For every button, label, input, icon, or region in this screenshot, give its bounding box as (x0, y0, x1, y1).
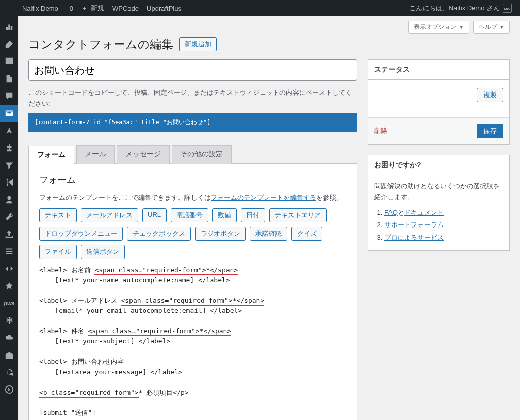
menu-collapse[interactable] (0, 381, 18, 398)
tag-radio[interactable]: ラジオボタン (195, 227, 246, 241)
menu-cloud[interactable] (0, 329, 18, 346)
tab-messages[interactable]: メッセージ (117, 145, 170, 164)
template-help-link[interactable]: フォームのテンプレートを編集する (211, 193, 316, 201)
help-item-2: サポートフォーラム (384, 219, 503, 232)
admin-menu: pwa ❄ (0, 16, 18, 420)
panel-description: フォームのテンプレートをここで編集できます。詳しくはフォームのテンプレートを編集… (39, 193, 347, 202)
tab-other[interactable]: その他の設定 (172, 145, 232, 164)
menu-list[interactable] (0, 243, 18, 260)
menu-export[interactable] (0, 225, 18, 243)
tag-submit[interactable]: 送信ボタン (81, 245, 125, 259)
plus-icon: ＋ (81, 4, 88, 13)
comments-link[interactable]: 0 (62, 0, 77, 16)
menu-scissors[interactable] (0, 174, 18, 191)
menu-code[interactable] (0, 260, 18, 277)
tab-panel-form: フォーム フォームのテンプレートをここで編集できます。詳しくはフォームのテンプレ… (28, 163, 358, 420)
site-title: Naifix Demo (22, 5, 58, 12)
help-item-3: プロによるサービス (384, 232, 503, 244)
wpcode-link[interactable]: WPCode (108, 0, 143, 16)
duplicate-button[interactable]: 複製 (477, 88, 503, 102)
tag-select[interactable]: ドロップダウンメニュー (39, 227, 123, 241)
menu-comments[interactable] (0, 87, 18, 105)
menu-pwa[interactable]: pwa (0, 295, 18, 312)
help-box: お困りですか? 問題解決の助けとなるいくつかの選択肢を紹介します。 FAQとドキ… (368, 155, 510, 251)
tag-acceptance[interactable]: 承諾確認 (250, 227, 287, 241)
tag-checkbox[interactable]: チェックボックス (127, 227, 191, 241)
save-button[interactable]: 保存 (477, 124, 503, 138)
menu-tools[interactable] (0, 208, 18, 225)
menu-filter[interactable] (0, 156, 18, 174)
tag-email[interactable]: メールアドレス (81, 208, 138, 222)
menu-users[interactable] (0, 191, 18, 208)
tag-date[interactable]: 日付 (241, 208, 265, 222)
faq-link[interactable]: FAQ (384, 209, 398, 216)
delete-link[interactable]: 削除 (374, 126, 387, 136)
status-box: ステータス 複製 削除 保存 (368, 59, 510, 145)
menu-posts[interactable] (0, 36, 18, 53)
help-title: お困りですか? (368, 155, 509, 175)
menu-snowflake[interactable]: ❄ (0, 312, 18, 329)
tag-tel[interactable]: 電話番号 (171, 208, 208, 222)
menu-pages[interactable] (0, 70, 18, 87)
new-content[interactable]: ＋新規 (77, 0, 108, 16)
tag-text[interactable]: テキスト (39, 208, 77, 222)
shortcode-description: このショートコードをコピーして、投稿、固定ページ、またはテキストウィジェットの内… (28, 88, 358, 109)
editor-tabs: フォーム メール メッセージ その他の設定 (28, 145, 358, 164)
menu-refresh[interactable] (0, 364, 18, 381)
menu-plugins[interactable] (0, 139, 18, 156)
menu-star[interactable] (0, 277, 18, 295)
docs-link[interactable]: ドキュメント (404, 209, 444, 216)
add-new-button[interactable]: 新規追加 (179, 37, 217, 51)
screen-meta-links: 表示オプション▼ ヘルプ▼ (28, 21, 510, 34)
panel-heading: フォーム (39, 174, 347, 186)
site-name-link[interactable]: Naifix Demo (15, 0, 62, 16)
updraftplus-link[interactable]: UpdraftPlus (143, 0, 185, 16)
tag-url[interactable]: URL (142, 208, 167, 222)
menu-media[interactable] (0, 53, 18, 70)
wpbody: 表示オプション▼ ヘルプ▼ コンタクトフォームの編集 新規追加 このショートコー… (18, 16, 520, 420)
status-title: ステータス (368, 60, 509, 80)
tag-quiz[interactable]: クイズ (291, 227, 322, 241)
help-item-1: FAQとドキュメント (384, 207, 503, 219)
avatar: seo (503, 4, 512, 13)
screen-options-toggle[interactable]: 表示オプション▼ (408, 21, 469, 34)
form-template-editor[interactable]: <label> お名前 <span class="required-form">… (39, 265, 347, 418)
page-title: コンタクトフォームの編集 (28, 37, 173, 52)
tag-generator-row: テキスト メールアドレス URL 電話番号 数値 日付 テキストエリア ドロップ… (39, 208, 347, 259)
help-toggle[interactable]: ヘルプ▼ (473, 21, 510, 34)
menu-building[interactable] (0, 346, 18, 364)
my-account[interactable]: こんにちは、Naifix Demo さん seo (405, 0, 516, 16)
help-intro: 問題解決の助けとなるいくつかの選択肢を紹介します。 (374, 181, 503, 203)
admin-bar: Naifix Demo 0 ＋新規 WPCode UpdraftPlus こんに… (0, 0, 520, 16)
chevron-down-icon: ▼ (459, 24, 464, 30)
form-title-input[interactable] (28, 59, 358, 81)
menu-dashboard[interactable] (0, 18, 18, 36)
tag-file[interactable]: ファイル (39, 245, 77, 259)
tab-form[interactable]: フォーム (28, 146, 74, 164)
wp-logo[interactable] (4, 0, 15, 16)
tab-mail[interactable]: メール (76, 145, 115, 164)
tag-textarea[interactable]: テキストエリア (269, 208, 327, 222)
shortcode-display[interactable]: [contact-form-7 id="f5ea3ac" title="お問い合… (28, 113, 358, 132)
support-forum-link[interactable]: サポートフォーラム (384, 221, 444, 229)
chevron-down-icon: ▼ (499, 24, 504, 30)
pro-services-link[interactable]: プロによるサービス (384, 234, 444, 241)
menu-appearance[interactable] (0, 122, 18, 139)
tag-number[interactable]: 数値 (212, 208, 237, 222)
menu-contact[interactable] (0, 105, 18, 122)
